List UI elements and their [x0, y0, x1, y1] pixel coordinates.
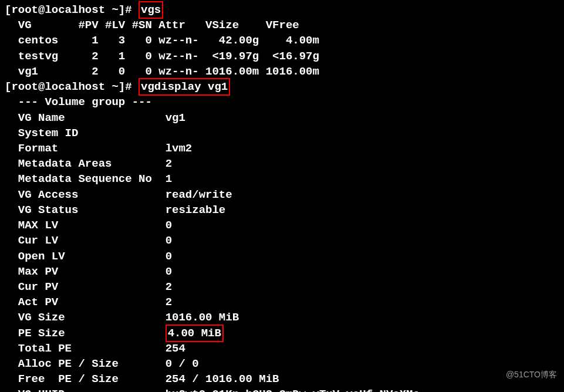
terminal-line: Format lvm2 — [5, 141, 559, 156]
vgdisplay-value: 0 — [166, 234, 172, 247]
vgdisplay-label: PE Size — [5, 327, 166, 340]
vgdisplay-label: VG Size — [5, 311, 166, 324]
terminal-line: VG Access read/write — [5, 187, 559, 202]
vgdisplay-label: VG Name — [5, 111, 166, 124]
vgdisplay-value: 1016.00 MiB — [166, 311, 239, 324]
terminal-line: System ID — [5, 126, 559, 141]
terminal-line: PE Size 4.00 MiB — [5, 326, 559, 341]
vgdisplay-label: VG Status — [5, 204, 166, 217]
terminal-line: VG UUID bx2wtQ-Q1Kn-hCU3-CmDw-yTuV-yeUf-… — [5, 387, 559, 392]
terminal-line: Free PE / Size 254 / 1016.00 MiB — [5, 371, 559, 387]
pe-size-value: 4.00 MiB — [166, 325, 224, 342]
vgdisplay-header: --- Volume group --- — [5, 96, 152, 109]
shell-prompt: [root@localhost ~]# — [5, 80, 139, 93]
vgdisplay-label: Cur PV — [5, 281, 166, 293]
vgdisplay-label: Max PV — [5, 265, 166, 278]
vgdisplay-label: Open LV — [5, 250, 166, 263]
vgdisplay-label: VG Access — [5, 188, 166, 201]
vgdisplay-value: 0 / 0 — [166, 357, 199, 370]
terminal-output: [root@localhost ~]# vgs VG #PV #LV #SN A… — [5, 2, 559, 392]
vgdisplay-label: System ID — [5, 127, 166, 140]
terminal-line: vg1 2 0 0 wz--n- 1016.00m 1016.00m — [5, 64, 559, 79]
command-vgdisplay: vgdisplay vg1 — [139, 78, 230, 96]
terminal-line: Cur LV 0 — [5, 233, 559, 248]
terminal-line: [root@localhost ~]# vgs — [5, 2, 559, 18]
terminal-line: Alloc PE / Size 0 / 0 — [5, 356, 559, 371]
vgs-row: centos 1 3 0 wz--n- 42.00g 4.00m — [5, 34, 319, 47]
vgdisplay-label: Metadata Areas — [5, 157, 166, 170]
terminal-line: Cur PV 2 — [5, 279, 559, 295]
terminal-line: MAX LV 0 — [5, 218, 559, 233]
terminal-line: centos 1 3 0 wz--n- 42.00g 4.00m — [5, 33, 559, 48]
vgdisplay-label: Format — [5, 142, 166, 155]
vgdisplay-value: vg1 — [166, 111, 185, 124]
vgdisplay-value: 0 — [166, 219, 172, 232]
vgdisplay-value: 1 — [166, 173, 172, 185]
terminal-line: --- Volume group --- — [5, 94, 559, 110]
terminal-line: Act PV 2 — [5, 295, 559, 310]
vgdisplay-label: Cur LV — [5, 234, 166, 247]
vgs-row: vg1 2 0 0 wz--n- 1016.00m 1016.00m — [5, 65, 319, 78]
vgdisplay-value: 0 — [166, 250, 172, 263]
vgs-row: testvg 2 1 0 wz--n- <19.97g <16.97g — [5, 50, 319, 63]
vgs-header: VG #PV #LV #SN Attr VSize VFree — [5, 19, 299, 32]
vgdisplay-value: 254 — [166, 342, 185, 355]
vgdisplay-value: resizable — [166, 204, 226, 217]
terminal-line: Metadata Areas 2 — [5, 156, 559, 171]
command-vgs: vgs — [139, 1, 163, 19]
vgdisplay-label: Metadata Sequence No — [5, 173, 166, 185]
terminal-line: Open LV 0 — [5, 249, 559, 264]
terminal-line: [root@localhost ~]# vgdisplay vg1 — [5, 79, 559, 94]
vgdisplay-label: VG UUID — [5, 388, 166, 392]
terminal-line: Total PE 254 — [5, 341, 559, 356]
terminal-line: testvg 2 1 0 wz--n- <19.97g <16.97g — [5, 49, 559, 64]
vgdisplay-value: 2 — [166, 296, 172, 309]
vgdisplay-value: bx2wtQ-Q1Kn-hCU3-CmDw-yTuV-yeUf-NVcXMc — [166, 388, 420, 392]
shell-prompt: [root@localhost ~]# — [5, 4, 139, 16]
vgdisplay-value: read/write — [166, 188, 232, 201]
vgdisplay-value: 2 — [166, 157, 172, 170]
terminal-line: VG #PV #LV #SN Attr VSize VFree — [5, 18, 559, 33]
vgdisplay-value: 0 — [166, 265, 172, 278]
terminal-line: VG Size 1016.00 MiB — [5, 310, 559, 325]
vgdisplay-label: Act PV — [5, 296, 166, 309]
vgdisplay-label: MAX LV — [5, 219, 166, 232]
vgdisplay-label: Alloc PE / Size — [5, 357, 166, 370]
vgdisplay-label: Total PE — [5, 342, 166, 355]
vgdisplay-value: 2 — [166, 281, 172, 293]
terminal-line: VG Status resizable — [5, 202, 559, 218]
vgdisplay-value: 254 / 1016.00 MiB — [166, 373, 279, 386]
vgdisplay-value: lvm2 — [166, 142, 192, 155]
vgdisplay-label: Free PE / Size — [5, 373, 166, 386]
terminal-line: VG Name vg1 — [5, 110, 559, 126]
watermark-text: @51CTO博客 — [506, 369, 557, 380]
terminal-line: Max PV 0 — [5, 264, 559, 279]
terminal-line: Metadata Sequence No 1 — [5, 171, 559, 187]
